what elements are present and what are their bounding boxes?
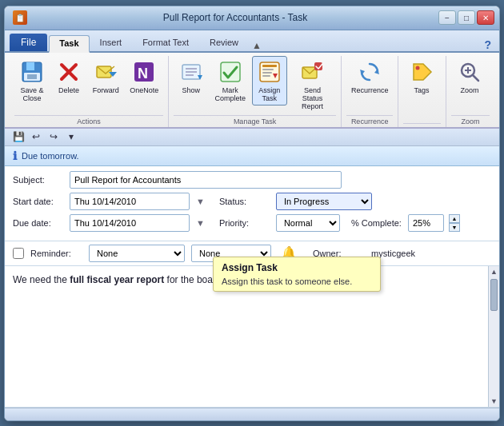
maximize-button[interactable]: □ <box>458 10 475 25</box>
forward-icon <box>93 59 118 85</box>
assign-task-icon <box>257 59 282 85</box>
tooltip-title: Assign Task <box>222 262 372 273</box>
svg-rect-3 <box>27 74 37 79</box>
priority-label: Priority: <box>219 218 271 228</box>
info-message: Due tomorrow. <box>22 151 79 161</box>
close-button[interactable]: ✕ <box>477 10 494 25</box>
tags-group-label <box>403 123 441 125</box>
scroll-up-arrow[interactable]: ▲ <box>489 266 499 277</box>
tags-buttons: Tags <box>403 56 441 121</box>
qa-save[interactable]: 💾 <box>11 130 26 143</box>
scroll-thumb[interactable] <box>490 279 498 311</box>
recurrence-icon <box>357 59 382 85</box>
scroll-down-arrow[interactable]: ▼ <box>489 396 499 407</box>
tab-file[interactable]: File <box>10 34 47 51</box>
tab-task[interactable]: Task <box>49 35 89 53</box>
subject-input[interactable] <box>70 171 342 189</box>
tags-icon <box>409 59 434 85</box>
tooltip-popup: Assign Task Assign this task to someone … <box>213 257 381 292</box>
send-status-label: Send StatusReport <box>294 86 331 110</box>
body-text-before: We need the <box>13 274 70 285</box>
qa-redo[interactable]: ↪ <box>46 130 61 143</box>
status-select[interactable]: In Progress Not Started Completed Waitin… <box>276 193 372 210</box>
ribbon-group-recurrence: Recurrence Recurrence <box>342 56 398 127</box>
percent-stepper: ▲ ▼ <box>449 214 460 232</box>
tab-format-text[interactable]: Format Text <box>132 34 199 51</box>
show-icon <box>178 59 204 85</box>
mark-complete-button[interactable]: MarkComplete <box>210 56 250 106</box>
tags-button[interactable]: Tags <box>403 56 440 98</box>
percent-input[interactable] <box>408 214 444 232</box>
onenote-button[interactable]: N OneNote <box>126 56 163 98</box>
svg-point-25 <box>415 66 419 70</box>
percent-up[interactable]: ▲ <box>449 214 460 223</box>
mark-complete-label: MarkComplete <box>214 86 246 102</box>
zoom-button[interactable]: Zoom <box>451 56 488 98</box>
assign-task-button[interactable]: AssignTask <box>252 56 287 106</box>
onenote-icon: N <box>131 59 157 85</box>
zoom-buttons: Zoom <box>451 56 490 113</box>
zoom-group-label: Zoom <box>451 115 490 125</box>
window-controls: − □ ✕ <box>438 10 494 25</box>
mark-complete-icon <box>218 59 243 85</box>
zoom-icon <box>457 59 482 85</box>
svg-rect-19 <box>262 72 272 74</box>
window-title: Pull Report for Accountants - Task <box>32 12 438 23</box>
svg-rect-17 <box>262 65 277 67</box>
qa-undo[interactable]: ↩ <box>29 130 43 143</box>
actions-group-label: Actions <box>14 115 163 125</box>
ribbon-group-tags: Tags <box>398 56 446 127</box>
expand-icon[interactable]: ▲ <box>249 40 265 51</box>
reminder-date-select[interactable]: None <box>89 245 185 262</box>
svg-rect-20 <box>262 75 270 77</box>
app-icon: 📋 <box>13 10 27 25</box>
subject-label: Subject: <box>13 175 65 185</box>
window-body: ℹ Due tomorrow. Subject: Start date: ▼ S… <box>5 146 499 420</box>
recurrence-group-label: Recurrence <box>346 115 393 125</box>
main-window: 📋 Pull Report for Accountants - Task − □… <box>4 6 500 421</box>
show-label: Show <box>182 86 201 94</box>
tags-label: Tags <box>414 86 429 94</box>
forward-button[interactable]: Forward <box>88 56 124 98</box>
manage-buttons: Show MarkComplete <box>174 56 336 113</box>
send-status-button[interactable]: Send StatusReport <box>289 56 337 113</box>
delete-label: Delete <box>58 86 79 94</box>
due-label: Due date: <box>13 218 65 228</box>
assign-task-label: AssignTask <box>258 86 280 102</box>
delete-button[interactable]: Delete <box>51 56 86 98</box>
delete-icon <box>56 59 82 85</box>
ribbon-group-actions: Save &Close Delete <box>10 56 169 127</box>
reminder-checkbox[interactable] <box>13 248 24 259</box>
body-text-bold: full fiscal year report <box>70 274 164 285</box>
send-status-icon <box>299 59 325 85</box>
recurrence-button[interactable]: Recurrence <box>346 56 393 98</box>
priority-select[interactable]: Normal Low High <box>276 214 340 232</box>
svg-rect-1 <box>26 62 34 70</box>
start-date-input[interactable] <box>70 193 190 210</box>
subject-row: Subject: <box>13 171 491 189</box>
svg-text:N: N <box>138 66 148 82</box>
tab-insert[interactable]: Insert <box>90 34 133 51</box>
save-close-button[interactable]: Save &Close <box>14 56 50 107</box>
manage-group-label: Manage Task <box>174 115 336 125</box>
form-area: Subject: Start date: ▼ Status: In Progre… <box>5 166 499 241</box>
tab-review[interactable]: Review <box>199 34 249 51</box>
help-icon[interactable]: ? <box>481 38 494 51</box>
show-button[interactable]: Show <box>174 56 209 98</box>
statusbar <box>5 408 499 420</box>
ribbon: Save &Close Delete <box>5 53 499 129</box>
ribbon-group-zoom: Zoom Zoom <box>446 56 494 127</box>
minimize-button[interactable]: − <box>438 10 456 25</box>
status-label: Status: <box>219 197 271 206</box>
percent-down[interactable]: ▼ <box>449 223 460 232</box>
due-date-arrow[interactable]: ▼ <box>196 218 205 228</box>
due-date-input[interactable] <box>70 214 190 232</box>
ribbon-tabs: File Task Insert Format Text Review ▲ ? <box>5 30 499 53</box>
start-date-arrow[interactable]: ▼ <box>196 197 205 206</box>
vertical-scrollbar[interactable]: ▲ ▼ <box>488 266 499 407</box>
onenote-label: OneNote <box>130 86 158 94</box>
reminder-label: Reminder: <box>30 249 82 258</box>
save-close-label: Save &Close <box>20 86 43 104</box>
start-label: Start date: <box>13 197 65 206</box>
qa-more[interactable]: ▾ <box>64 130 78 143</box>
